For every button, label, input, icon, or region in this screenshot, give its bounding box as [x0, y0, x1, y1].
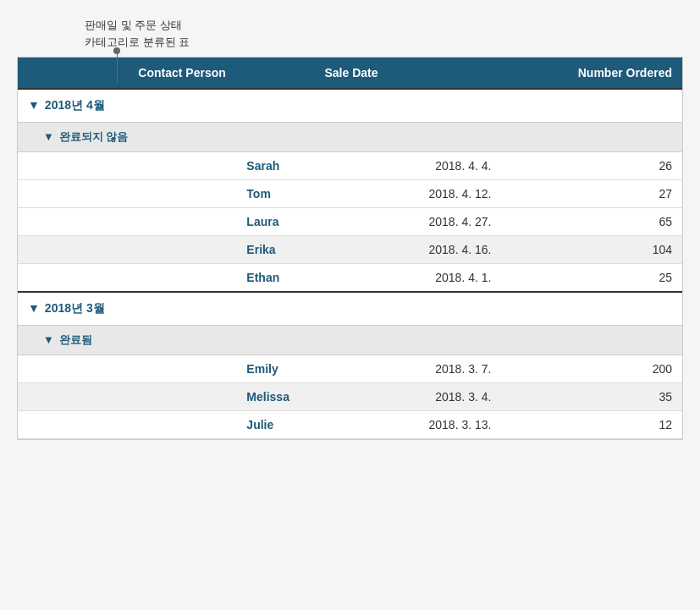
sale-date: 2018. 3. 13. [314, 411, 516, 439]
table-row: Ethan 2018. 4. 1. 25 [18, 264, 682, 293]
main-table-container: Contact Person Sale Date Number Ordered … [17, 57, 683, 440]
sale-date: 2018. 4. 1. [314, 264, 516, 293]
header-contact-person: Contact Person [128, 58, 314, 89]
month-label: ▼2018년 3월 [18, 292, 682, 326]
number-ordered: 104 [516, 236, 682, 264]
contact-name: Erika [128, 236, 314, 264]
table-row: Emily 2018. 3. 7. 200 [18, 355, 682, 383]
sale-date: 2018. 3. 4. [314, 383, 516, 411]
header-number-ordered: Number Ordered [516, 58, 682, 89]
row-month-group-march-2018[interactable]: ▼2018년 3월 [18, 292, 682, 326]
annotation-text: 판매일 및 주문 상태 카테고리로 분류된 표 [85, 17, 683, 50]
sale-date: 2018. 3. 7. [314, 355, 516, 383]
contact-name: Ethan [128, 264, 314, 293]
header-col0 [18, 58, 128, 89]
indent-cell [18, 208, 128, 236]
contact-name: Laura [128, 208, 314, 236]
row-status-subgroup-incomplete[interactable]: ▼완료되지 않음 [18, 123, 682, 152]
number-ordered: 35 [516, 383, 682, 411]
sale-date: 2018. 4. 12. [314, 180, 516, 208]
table-row: Melissa 2018. 3. 4. 35 [18, 383, 682, 411]
sale-date: 2018. 4. 4. [314, 152, 516, 180]
triangle-icon: ▼ [43, 130, 54, 143]
row-status-subgroup-complete[interactable]: ▼완료됨 [18, 326, 682, 355]
contact-name: Melissa [128, 383, 314, 411]
contact-name: Emily [128, 355, 314, 383]
triangle-icon: ▼ [28, 301, 40, 315]
indent-cell [18, 236, 128, 264]
indent-cell [18, 152, 128, 180]
annotation-container: 판매일 및 주문 상태 카테고리로 분류된 표 [17, 17, 683, 50]
table-row: Laura 2018. 4. 27. 65 [18, 208, 682, 236]
contact-name: Tom [128, 180, 314, 208]
status-label: ▼완료되지 않음 [18, 123, 682, 152]
number-ordered: 26 [516, 152, 682, 180]
number-ordered: 200 [516, 355, 682, 383]
table-body: ▼2018년 4월 ▼완료되지 않음 Sarah 2018. 4. 4. 26 … [18, 89, 682, 439]
indent-cell [18, 383, 128, 411]
row-month-group-april-2018[interactable]: ▼2018년 4월 [18, 89, 682, 123]
triangle-icon: ▼ [43, 333, 54, 346]
contact-name: Julie [128, 411, 314, 439]
sales-table: Contact Person Sale Date Number Ordered … [18, 58, 682, 439]
header-sale-date: Sale Date [314, 58, 516, 89]
table-row: Sarah 2018. 4. 4. 26 [18, 152, 682, 180]
table-row: Erika 2018. 4. 16. 104 [18, 236, 682, 264]
table-row: Tom 2018. 4. 12. 27 [18, 180, 682, 208]
annotation-line [117, 49, 118, 83]
indent-cell [18, 180, 128, 208]
triangle-icon: ▼ [28, 98, 40, 112]
number-ordered: 12 [516, 411, 682, 439]
number-ordered: 25 [516, 264, 682, 293]
sale-date: 2018. 4. 16. [314, 236, 516, 264]
table-row: Julie 2018. 3. 13. 12 [18, 411, 682, 439]
month-label: ▼2018년 4월 [18, 89, 682, 123]
sale-date: 2018. 4. 27. [314, 208, 516, 236]
status-label: ▼완료됨 [18, 326, 682, 355]
indent-cell [18, 355, 128, 383]
number-ordered: 65 [516, 208, 682, 236]
indent-cell [18, 264, 128, 293]
contact-name: Sarah [128, 152, 314, 180]
indent-cell [18, 411, 128, 439]
number-ordered: 27 [516, 180, 682, 208]
